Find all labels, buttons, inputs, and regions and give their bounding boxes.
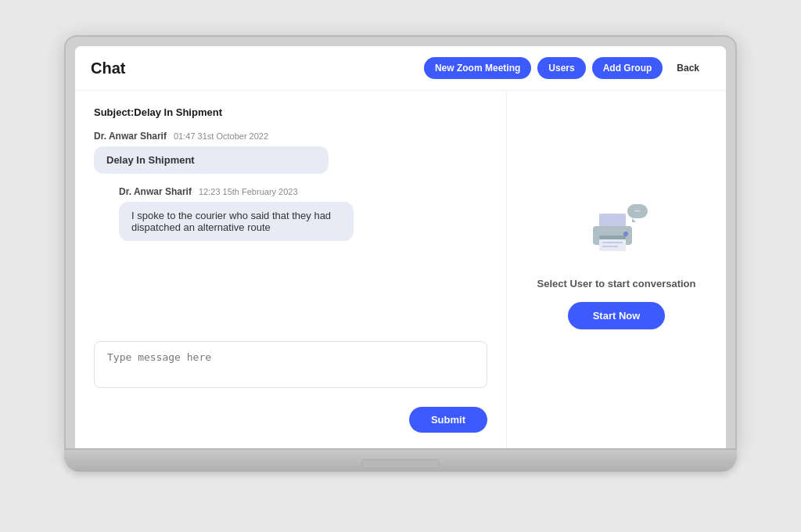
printer-icon-container: ··· [585, 210, 648, 265]
start-now-button[interactable]: Start Now [568, 302, 666, 329]
svg-rect-5 [602, 242, 623, 243]
chat-dots: ··· [634, 207, 641, 215]
chat-bubble-icon: ··· [627, 204, 648, 218]
message-input[interactable] [94, 341, 487, 388]
message-meta-2: Dr. Anwar Sharif 12:23 15th February 202… [119, 186, 487, 197]
subject-label: Subject:Delay In Shipment [94, 106, 487, 118]
laptop-base [64, 450, 737, 472]
laptop-screen: Chat New Zoom Meeting Users Add Group Ba… [64, 35, 737, 450]
timestamp-2: 12:23 15th February 2023 [199, 187, 298, 196]
app-window: Chat New Zoom Meeting Users Add Group Ba… [75, 46, 726, 448]
svg-rect-3 [599, 235, 626, 239]
laptop-trackpad [361, 459, 440, 469]
message-bubble-1: Delay In Shipment [94, 146, 329, 174]
sender-name-2: Dr. Anwar Sharif [119, 186, 192, 197]
sender-name-1: Dr. Anwar Sharif [94, 131, 167, 142]
right-panel: ··· [507, 91, 726, 448]
chat-panel: Subject:Delay In Shipment Dr. Anwar Shar… [75, 91, 507, 448]
header-buttons: New Zoom Meeting Users Add Group Back [424, 57, 707, 79]
add-group-button[interactable]: Add Group [592, 57, 663, 79]
svg-point-4 [623, 232, 628, 236]
submit-button[interactable]: Submit [409, 407, 487, 433]
new-zoom-meeting-button[interactable]: New Zoom Meeting [424, 57, 531, 79]
page-title: Chat [91, 59, 125, 77]
submit-row: Submit [94, 407, 487, 433]
message-group-2: Dr. Anwar Sharif 12:23 15th February 202… [94, 186, 487, 241]
message-meta-1: Dr. Anwar Sharif 01:47 31st October 2022 [94, 131, 487, 142]
laptop-wrapper: Chat New Zoom Meeting Users Add Group Ba… [64, 35, 737, 497]
message-group-1: Dr. Anwar Sharif 01:47 31st October 2022… [94, 131, 487, 174]
timestamp-1: 01:47 31st October 2022 [174, 131, 268, 141]
app-header: Chat New Zoom Meeting Users Add Group Ba… [75, 46, 726, 91]
svg-rect-2 [599, 239, 626, 251]
select-user-text: Select User to start conversation [537, 278, 695, 289]
back-button[interactable]: Back [669, 57, 707, 79]
message-bubble-2: I spoke to the courier who said that the… [119, 202, 354, 241]
app-body: Subject:Delay In Shipment Dr. Anwar Shar… [75, 91, 726, 448]
users-button[interactable]: Users [537, 57, 585, 79]
svg-rect-6 [602, 246, 618, 247]
